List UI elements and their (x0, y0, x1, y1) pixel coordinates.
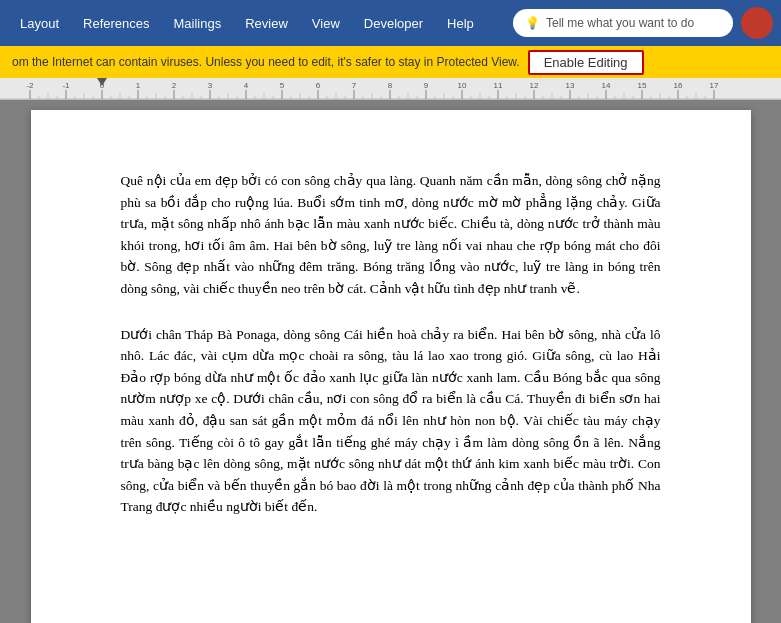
svg-text:6: 6 (316, 81, 321, 90)
paragraph-1: Quê nội của em đẹp bởi có con sông chảy … (121, 170, 661, 300)
svg-text:7: 7 (352, 81, 357, 90)
ruler: -2-101234567891011121314151617 (0, 78, 781, 100)
menu-item-mailings[interactable]: Mailings (162, 10, 234, 37)
svg-text:16: 16 (674, 81, 683, 90)
svg-text:5: 5 (280, 81, 285, 90)
user-avatar[interactable] (741, 7, 773, 39)
protected-bar-text: om the Internet can contain viruses. Unl… (12, 55, 520, 69)
paragraph-2: Dưới chân Tháp Bà Ponaga, dòng sông Cái … (121, 324, 661, 518)
menu-item-references[interactable]: References (71, 10, 161, 37)
document-area: Quê nội của em đẹp bởi có con sông chảy … (0, 100, 781, 623)
svg-text:4: 4 (244, 81, 249, 90)
lightbulb-icon: 💡 (525, 16, 540, 30)
svg-text:11: 11 (494, 81, 503, 90)
svg-text:8: 8 (388, 81, 393, 90)
svg-text:17: 17 (710, 81, 719, 90)
menu-item-layout[interactable]: Layout (8, 10, 71, 37)
menu-item-review[interactable]: Review (233, 10, 300, 37)
menu-item-developer[interactable]: Developer (352, 10, 435, 37)
svg-text:10: 10 (458, 81, 467, 90)
enable-editing-button[interactable]: Enable Editing (528, 50, 644, 75)
protected-view-bar: om the Internet can contain viruses. Unl… (0, 46, 781, 78)
svg-text:12: 12 (530, 81, 539, 90)
svg-text:14: 14 (602, 81, 611, 90)
menu-bar: Layout References Mailings Review View D… (0, 0, 781, 46)
svg-text:9: 9 (424, 81, 429, 90)
document-page: Quê nội của em đẹp bởi có con sông chảy … (31, 110, 751, 623)
ruler-svg: -2-101234567891011121314151617 (0, 78, 781, 100)
svg-text:13: 13 (566, 81, 575, 90)
menu-item-view[interactable]: View (300, 10, 352, 37)
svg-text:1: 1 (136, 81, 141, 90)
svg-text:-1: -1 (62, 81, 70, 90)
svg-text:3: 3 (208, 81, 213, 90)
svg-text:-2: -2 (26, 81, 34, 90)
svg-text:2: 2 (172, 81, 177, 90)
tell-me-bar[interactable]: 💡 Tell me what you want to do (513, 9, 733, 37)
tell-me-placeholder: Tell me what you want to do (546, 16, 694, 30)
menu-item-help[interactable]: Help (435, 10, 486, 37)
svg-text:15: 15 (638, 81, 647, 90)
